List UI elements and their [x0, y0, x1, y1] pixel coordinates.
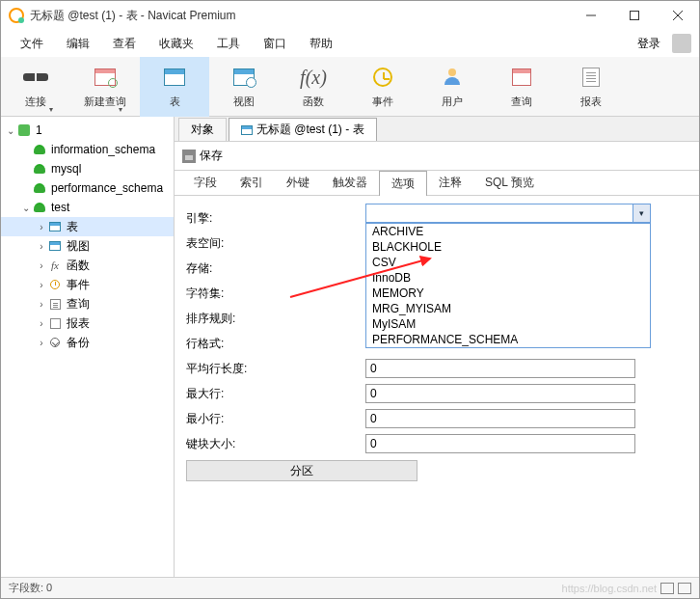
menu-window[interactable]: 窗口: [252, 32, 298, 56]
save-button[interactable]: 保存: [200, 148, 223, 164]
menu-favorites[interactable]: 收藏夹: [148, 32, 205, 56]
avatar-icon[interactable]: [672, 34, 691, 53]
document-tab[interactable]: 无标题 @test (1) - 表: [229, 118, 377, 141]
toolbar-table-button[interactable]: 表: [140, 57, 209, 117]
partition-button[interactable]: 分区: [186, 460, 417, 481]
tree-caret-icon[interactable]: ›: [36, 318, 47, 329]
prop-tab[interactable]: 外键: [275, 171, 321, 195]
form-label: 表空间:: [182, 235, 365, 252]
dropdown-option[interactable]: CSV: [366, 255, 650, 270]
conn-icon: [18, 124, 30, 136]
prop-tab[interactable]: 触发器: [321, 171, 379, 195]
tree-caret-icon[interactable]: ›: [36, 338, 47, 348]
toolbar-newq-button[interactable]: 新建查询▾: [70, 57, 140, 117]
prop-tab[interactable]: SQL 预览: [473, 171, 546, 195]
window-controls: [569, 1, 699, 30]
dropdown-option[interactable]: MyISAM: [366, 316, 650, 332]
db-icon: [34, 183, 45, 193]
tree-item[interactable]: information_schema: [1, 140, 174, 159]
tree-item[interactable]: ›事件: [1, 275, 174, 294]
newq-icon: [94, 68, 116, 86]
tree-label: 备份: [67, 335, 90, 351]
tree-caret-icon[interactable]: ›: [36, 299, 47, 310]
tree-item[interactable]: ›表: [1, 217, 174, 236]
main-area: 对象无标题 @test (1) - 表 保存 字段索引外键触发器选项注释SQL …: [175, 117, 699, 577]
save-icon: [182, 150, 196, 163]
menu-help[interactable]: 帮助: [298, 32, 344, 56]
engine-dropdown: ARCHIVEBLACKHOLECSVInnoDBMEMORYMRG_MYISA…: [365, 223, 651, 348]
tree-item[interactable]: ⌄test: [1, 198, 174, 217]
maximize-button[interactable]: [612, 1, 656, 30]
save-toolbar: 保存: [175, 142, 699, 171]
login-link[interactable]: 登录: [630, 32, 668, 56]
prop-tab[interactable]: 注释: [427, 171, 473, 195]
document-tabs: 对象无标题 @test (1) - 表: [175, 117, 699, 142]
form-label: 字符集:: [182, 286, 365, 302]
toolbar-event-button[interactable]: 事件: [348, 57, 417, 117]
chevron-down-icon: ▾: [119, 105, 122, 114]
form-input[interactable]: [365, 434, 635, 453]
form-label: 行格式:: [182, 336, 365, 352]
tree-item[interactable]: ›fx函数: [1, 256, 174, 275]
tree-item[interactable]: ›视图: [1, 236, 174, 256]
tree-item[interactable]: ›报表: [1, 313, 174, 333]
engine-combobox[interactable]: ▾: [365, 204, 651, 223]
form-row: 平均行长度:: [182, 356, 691, 381]
dropdown-option[interactable]: InnoDB: [366, 270, 650, 286]
menu-tools[interactable]: 工具: [205, 32, 252, 56]
tree-caret-icon[interactable]: ›: [36, 260, 47, 271]
toolbar-fx-button[interactable]: f(x)函数: [279, 57, 348, 117]
tree-label: mysql: [51, 162, 81, 176]
menu-edit[interactable]: 编辑: [55, 32, 101, 56]
tree-item[interactable]: performance_schema: [1, 178, 174, 198]
dropdown-option[interactable]: ARCHIVE: [366, 224, 650, 239]
tree-item[interactable]: ›查询: [1, 294, 174, 313]
toolbar-label: 视图: [233, 95, 255, 109]
form-row: 键块大小:: [182, 431, 691, 456]
tree-label: information_schema: [51, 143, 155, 156]
toolbar-plug-button[interactable]: 连接▾: [1, 57, 70, 117]
prop-tab[interactable]: 索引: [229, 171, 275, 195]
tree-item[interactable]: ⌄1: [1, 121, 174, 140]
fx-icon: fx: [51, 259, 59, 271]
dropdown-option[interactable]: PERFORMANCE_SCHEMA: [366, 332, 650, 347]
toolbar-label: 用户: [442, 95, 463, 109]
svg-rect-1: [630, 12, 638, 20]
close-button[interactable]: [656, 1, 699, 30]
form-input[interactable]: [365, 384, 635, 403]
tree-item[interactable]: ›备份: [1, 333, 174, 352]
tree-caret-icon[interactable]: ›: [36, 222, 47, 232]
menu-file[interactable]: 文件: [9, 32, 55, 56]
toolbar-label: 事件: [372, 95, 393, 109]
toolbar-report-button[interactable]: 报表: [556, 57, 626, 117]
tree-caret-icon[interactable]: ⌄: [5, 125, 16, 136]
form-label: 平均行长度:: [182, 361, 365, 377]
tree-caret-icon[interactable]: ›: [36, 280, 47, 290]
chevron-down-icon[interactable]: ▾: [633, 204, 650, 222]
tab-label: 无标题 @test (1) - 表: [256, 122, 364, 138]
form-label: 存储:: [182, 260, 365, 277]
property-tabs: 字段索引外键触发器选项注释SQL 预览: [175, 171, 699, 196]
tree-caret-icon[interactable]: ›: [36, 241, 47, 252]
form-label: 键块大小:: [182, 436, 365, 452]
plug-icon: [23, 69, 48, 85]
minimize-button[interactable]: [569, 1, 612, 30]
statusbar-view-icon[interactable]: [660, 583, 674, 594]
dropdown-option[interactable]: MRG_MYISAM: [366, 301, 650, 316]
prop-tab[interactable]: 字段: [182, 171, 229, 195]
toolbar-query-button[interactable]: 查询: [487, 57, 556, 117]
toolbar-view-button[interactable]: 视图: [209, 57, 279, 117]
dropdown-option[interactable]: BLACKHOLE: [366, 239, 650, 255]
prop-tab[interactable]: 选项: [379, 171, 427, 197]
form-input[interactable]: [365, 359, 635, 378]
toolbar-user-button[interactable]: 用户: [417, 57, 487, 117]
report-icon: [50, 318, 61, 329]
document-tab[interactable]: 对象: [178, 118, 227, 141]
tree-item[interactable]: mysql: [1, 159, 174, 178]
menu-view[interactable]: 查看: [101, 32, 148, 56]
statusbar-view-icon[interactable]: [678, 583, 691, 594]
db-icon: [34, 164, 45, 174]
dropdown-option[interactable]: MEMORY: [366, 286, 650, 301]
form-input[interactable]: [365, 409, 635, 428]
tree-caret-icon[interactable]: ⌄: [20, 203, 32, 213]
